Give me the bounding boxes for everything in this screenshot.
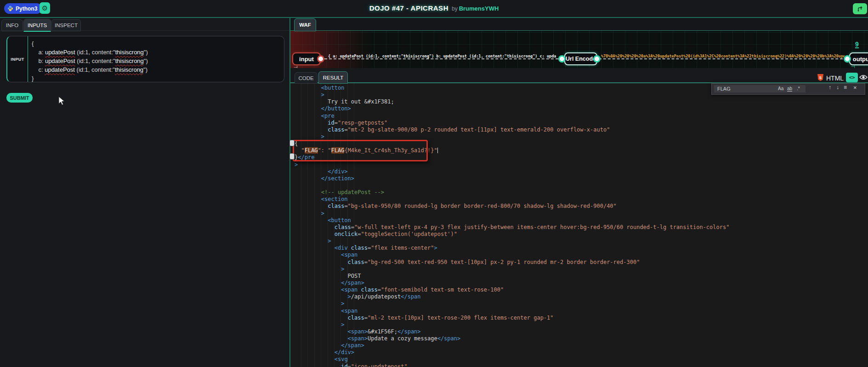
- next-match-button[interactable]: ↓: [836, 84, 839, 91]
- input-panel: INFO INPUTS INSPECT INPUT { a: updatePos…: [0, 18, 289, 367]
- tab-result-label: RESULT: [323, 75, 344, 80]
- tab-code[interactable]: CODE: [295, 72, 318, 84]
- top-bar: DOJO #47 - APICRASHbyBrumensYWH Python3 …: [0, 0, 868, 18]
- author-link[interactable]: BrumensYWH: [459, 5, 499, 12]
- node-url-encode-label: Url Encode: [566, 56, 596, 62]
- html5-logo-char: 5: [819, 75, 822, 80]
- node-output-label: output: [853, 56, 868, 63]
- share-button[interactable]: [853, 3, 867, 14]
- preview-eye-button[interactable]: [859, 74, 868, 80]
- annotation-handle[interactable]: [290, 140, 294, 146]
- tab-info-label: INFO: [6, 23, 18, 28]
- by-label: by: [452, 6, 458, 12]
- edge-encode-to-output: [599, 58, 847, 59]
- match-case-toggle[interactable]: Aa: [778, 86, 783, 91]
- tab-inputs[interactable]: INPUTS: [23, 19, 51, 32]
- whole-word-toggle[interactable]: ab: [787, 86, 792, 91]
- input-label-column: INPUT: [7, 36, 28, 82]
- tab-info[interactable]: INFO: [1, 19, 23, 31]
- input-box: INPUT { a: updatePost (id:1, content:"th…: [6, 36, 284, 82]
- submit-button[interactable]: SUBMIT: [6, 93, 33, 103]
- arrow-down-icon: ↓: [836, 84, 839, 91]
- code-content: <button > Try it out &#x1F381; </button>…: [290, 85, 729, 367]
- regex-toggle[interactable]: .*: [797, 86, 800, 91]
- find-widget: Aa ab .*: [711, 83, 865, 95]
- branch-arrow-icon: [857, 6, 863, 12]
- python-logo-icon: [7, 6, 13, 11]
- eye-icon: [859, 74, 868, 80]
- tabrow-divider: [0, 30, 289, 31]
- edge-input-to-encode: [324, 58, 558, 59]
- app-window: DOJO #47 - APICRASHbyBrumensYWH Python3 …: [0, 0, 868, 367]
- port-output-in[interactable]: [844, 55, 851, 63]
- input-label: INPUT: [11, 57, 24, 62]
- code-view-toggle-button[interactable]: <>: [846, 73, 858, 82]
- selection-lines-icon: ≡: [844, 84, 847, 91]
- tab-inputs-label: INPUTS: [28, 23, 47, 28]
- node-input-label: input: [299, 56, 314, 63]
- edge-encoded-label: %7B%0A%20%20%20%20a%3A%20updatePost%20(i…: [601, 54, 845, 58]
- gear-icon: ⚙: [42, 4, 48, 12]
- edge-input-label: { a: updatePost (id:1, content:"thisiscr…: [328, 54, 556, 58]
- previous-match-button[interactable]: ↑: [828, 84, 831, 91]
- port-input-out[interactable]: [317, 55, 324, 63]
- flag-annotation-box: [293, 140, 428, 161]
- port-encode-in[interactable]: [558, 55, 566, 63]
- tab-waf-label: WAF: [299, 22, 311, 28]
- input-editor[interactable]: { a: updatePost (id:1, content:"thisiscr…: [28, 36, 284, 82]
- clipped-overlay-glyph: 9: [855, 41, 859, 48]
- html-badge: HTML: [826, 75, 844, 82]
- tab-result[interactable]: RESULT: [318, 71, 348, 84]
- find-in-selection-button[interactable]: ≡: [844, 84, 847, 91]
- node-url-encode[interactable]: Url Encode: [564, 52, 597, 65]
- port-encode-out[interactable]: [593, 55, 601, 63]
- node-input[interactable]: input: [292, 52, 321, 65]
- settings-button[interactable]: ⚙: [40, 2, 50, 14]
- submit-label: SUBMIT: [10, 95, 29, 101]
- tab-code-label: CODE: [298, 75, 313, 81]
- code-brackets-icon: <>: [849, 75, 855, 80]
- code-editor[interactable]: <button > Try it out &#x1F381; </button>…: [290, 83, 868, 367]
- node-output[interactable]: output: [849, 52, 868, 65]
- tab-inspect-label: INSPECT: [55, 23, 78, 28]
- runtime-button[interactable]: Python3: [4, 3, 42, 14]
- whole-word-label: ab: [787, 86, 792, 92]
- waf-canvas[interactable]: { a: updatePost (id:1, content:"thisiscr…: [290, 30, 868, 69]
- arrow-up-icon: ↑: [828, 84, 831, 91]
- tab-waf[interactable]: WAF: [294, 18, 316, 31]
- runtime-label: Python3: [16, 6, 37, 12]
- close-icon: ×: [853, 84, 857, 91]
- close-search-button[interactable]: ×: [853, 84, 857, 91]
- challenge-title: DOJO #47 - APICRASH: [369, 4, 448, 12]
- result-toolbar: [290, 68, 868, 83]
- tab-inspect[interactable]: INSPECT: [51, 19, 81, 31]
- page-title: DOJO #47 - APICRASHbyBrumensYWH: [0, 4, 868, 12]
- mouse-cursor: [58, 96, 65, 108]
- annotation-handle[interactable]: [290, 154, 294, 159]
